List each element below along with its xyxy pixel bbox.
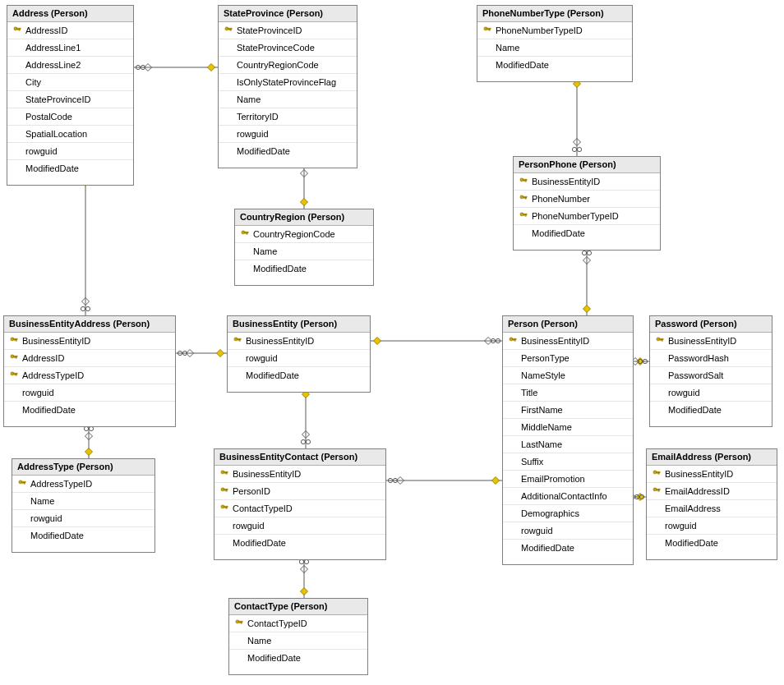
table-row[interactable]: StateProvinceID [219, 22, 357, 39]
table-countryregion[interactable]: CountryRegion (Person)CountryRegionCodeN… [234, 209, 374, 286]
table-row[interactable]: PasswordHash [650, 350, 772, 367]
table-row[interactable]: Demographics [503, 505, 633, 522]
table-row[interactable]: ModifiedDate [228, 367, 370, 384]
table-personphone[interactable]: PersonPhone (Person)BusinessEntityIDPhon… [513, 156, 661, 251]
table-row[interactable]: ModifiedDate [514, 225, 660, 241]
table-row[interactable]: PasswordSalt [650, 367, 772, 384]
table-row[interactable]: NameStyle [503, 367, 633, 384]
table-title[interactable]: Password (Person) [650, 316, 772, 333]
table-row[interactable]: MiddleName [503, 419, 633, 436]
table-row[interactable]: ModifiedDate [219, 143, 357, 159]
table-title[interactable]: PhoneNumberType (Person) [477, 6, 632, 22]
table-businessentityaddress[interactable]: BusinessEntityAddress (Person)BusinessEn… [3, 315, 176, 427]
table-row[interactable]: LastName [503, 436, 633, 453]
table-row[interactable]: AdditionalContactInfo [503, 488, 633, 505]
table-row[interactable]: Name [219, 91, 357, 108]
table-row[interactable]: ModifiedDate [647, 535, 777, 551]
table-row[interactable]: rowguid [503, 522, 633, 540]
table-row[interactable]: Name [229, 632, 367, 650]
table-row[interactable]: AddressLine2 [7, 57, 133, 74]
table-row[interactable]: BusinessEntityID [228, 333, 370, 350]
table-stateprovince[interactable]: StateProvince (Person)StateProvinceIDSta… [218, 5, 357, 168]
table-row[interactable]: FirstName [503, 402, 633, 419]
table-row[interactable]: ContactTypeID [229, 615, 367, 632]
table-row[interactable]: ModifiedDate [229, 650, 367, 666]
table-title[interactable]: StateProvince (Person) [219, 6, 357, 22]
relationship-businessentityaddress-addresstype[interactable] [84, 422, 93, 458]
table-row[interactable]: ModifiedDate [503, 540, 633, 556]
relationship-businessentitycontact-person[interactable] [386, 477, 502, 485]
table-password[interactable]: Password (Person)BusinessEntityIDPasswor… [649, 315, 772, 427]
table-person[interactable]: Person (Person)BusinessEntityIDPersonTyp… [502, 315, 634, 565]
table-row[interactable]: IsOnlyStateProvinceFlag [219, 74, 357, 91]
table-row[interactable]: BusinessEntityID [514, 173, 660, 191]
table-row[interactable]: Title [503, 384, 633, 402]
table-row[interactable]: TerritoryID [219, 108, 357, 126]
table-row[interactable]: Name [477, 39, 632, 57]
table-title[interactable]: AddressType (Person) [12, 459, 154, 476]
table-phonenumbertype[interactable]: PhoneNumberType (Person)PhoneNumberTypeI… [477, 5, 633, 82]
table-row[interactable]: AddressTypeID [12, 476, 154, 493]
table-row[interactable]: ModifiedDate [214, 535, 385, 551]
table-row[interactable]: ModifiedDate [650, 402, 772, 418]
relationship-phonenumbertype-personphone[interactable] [572, 77, 581, 156]
relationship-businessentitycontact-businessentity[interactable] [301, 388, 310, 448]
table-title[interactable]: Person (Person) [503, 316, 633, 333]
table-row[interactable]: rowguid [214, 517, 385, 535]
table-address[interactable]: Address (Person)AddressIDAddressLine1Add… [7, 5, 134, 186]
table-title[interactable]: BusinessEntityContact (Person) [214, 449, 385, 466]
table-title[interactable]: CountryRegion (Person) [235, 209, 373, 226]
table-row[interactable]: ModifiedDate [12, 527, 154, 544]
table-row[interactable]: EmailAddress [647, 500, 777, 517]
table-row[interactable]: EmailAddressID [647, 483, 777, 500]
relationship-businessentitycontact-contacttype[interactable] [299, 555, 308, 598]
relationship-businessentityaddress-address[interactable] [81, 176, 90, 315]
table-row[interactable]: Name [12, 493, 154, 510]
table-row[interactable]: EmailPromotion [503, 471, 633, 488]
table-title[interactable]: Address (Person) [7, 6, 133, 22]
table-row[interactable]: BusinessEntityID [650, 333, 772, 350]
table-row[interactable]: Suffix [503, 453, 633, 471]
table-row[interactable]: PhoneNumber [514, 191, 660, 208]
table-row[interactable]: rowguid [650, 384, 772, 402]
table-row[interactable]: ModifiedDate [477, 57, 632, 73]
relationship-businessentityaddress-businessentity[interactable] [176, 350, 227, 357]
table-row[interactable]: StateProvinceCode [219, 39, 357, 57]
table-businessentitycontact[interactable]: BusinessEntityContact (Person)BusinessEn… [214, 448, 386, 560]
relationship-person-personphone[interactable] [582, 246, 591, 315]
table-addresstype[interactable]: AddressType (Person)AddressTypeIDNamerow… [12, 458, 155, 553]
table-row[interactable]: CountryRegionCode [235, 226, 373, 243]
relationship-businessentity-person[interactable] [371, 338, 502, 345]
table-row[interactable]: rowguid [4, 384, 175, 402]
relationship-person-password[interactable] [632, 358, 650, 365]
table-row[interactable]: ModifiedDate [7, 160, 133, 177]
table-title[interactable]: ContactType (Person) [229, 599, 367, 615]
table-row[interactable]: ModifiedDate [235, 260, 373, 277]
table-row[interactable]: StateProvinceID [7, 91, 133, 108]
table-row[interactable]: BusinessEntityID [214, 466, 385, 483]
table-row[interactable]: BusinessEntityID [647, 466, 777, 483]
table-title[interactable]: EmailAddress (Person) [647, 449, 777, 466]
table-row[interactable]: ContactTypeID [214, 500, 385, 517]
table-row[interactable]: CountryRegionCode [219, 57, 357, 74]
table-emailaddress[interactable]: EmailAddress (Person)BusinessEntityIDEma… [646, 448, 777, 560]
relationship-address-stateprovince[interactable] [134, 64, 218, 71]
table-row[interactable]: ModifiedDate [4, 402, 175, 418]
table-row[interactable]: rowguid [219, 126, 357, 143]
table-row[interactable]: City [7, 74, 133, 91]
table-row[interactable]: rowguid [12, 510, 154, 527]
table-title[interactable]: BusinessEntityAddress (Person) [4, 316, 175, 333]
table-contacttype[interactable]: ContactType (Person)ContactTypeIDNameMod… [228, 598, 368, 675]
table-row[interactable]: PersonType [503, 350, 633, 367]
table-row[interactable]: rowguid [7, 143, 133, 160]
table-row[interactable]: AddressID [7, 22, 133, 39]
table-row[interactable]: Name [235, 243, 373, 260]
table-row[interactable]: PersonID [214, 483, 385, 500]
table-row[interactable]: PhoneNumberTypeID [477, 22, 632, 39]
table-title[interactable]: PersonPhone (Person) [514, 157, 660, 173]
table-row[interactable]: AddressLine1 [7, 39, 133, 57]
table-row[interactable]: BusinessEntityID [4, 333, 175, 350]
table-row[interactable]: BusinessEntityID [503, 333, 633, 350]
table-businessentity[interactable]: BusinessEntity (Person)BusinessEntityIDr… [227, 315, 371, 393]
table-row[interactable]: SpatialLocation [7, 126, 133, 143]
